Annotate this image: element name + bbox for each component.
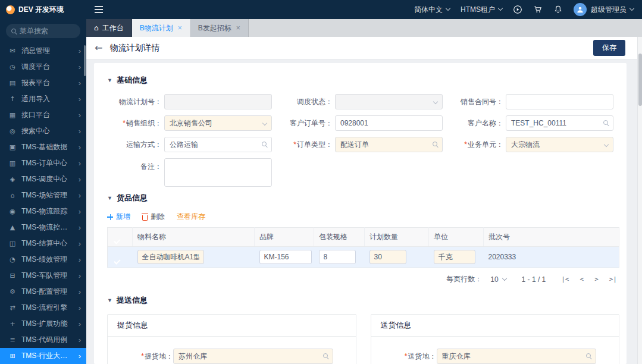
tenant-select[interactable]: HTMS租户 [461, 5, 502, 15]
section-title-basic[interactable]: ▼ 基础信息 [107, 75, 619, 86]
lookup-search-icon[interactable] [262, 142, 267, 146]
lookup-search-icon[interactable] [603, 120, 608, 125]
chevron-right-icon: › [79, 143, 81, 152]
delivery-panel-title: 送货信息 [371, 315, 619, 337]
station-icon: ⌂ [8, 192, 17, 199]
sidebar-item-report-platform[interactable]: ▤ 报表平台 › [0, 75, 86, 91]
upload-icon: ↑ [8, 95, 17, 103]
sidebar-item-dispatch-platform[interactable]: ◷ 调度平台 › [0, 59, 86, 75]
last-page-button[interactable]: >| [609, 275, 617, 283]
back-arrow-icon[interactable]: ← [95, 42, 102, 54]
next-page-button[interactable]: > [594, 275, 599, 283]
sidebar-item-message-mgmt[interactable]: ✉ 消息管理 › [0, 43, 86, 59]
scrollbar-thumb[interactable] [638, 54, 642, 106]
batch-no-value: 2020333 [488, 253, 516, 261]
sidebar-scrollbar-thumb[interactable] [84, 45, 86, 76]
sidebar-item-tms-fleet-mgmt[interactable]: ⊟ TMS-车队管理 › [0, 268, 86, 284]
rows-per-page-select[interactable]: 10 [490, 275, 506, 284]
rows-per-page: 每页行数： 10 [446, 274, 506, 284]
chevron-right-icon: › [79, 159, 81, 168]
planned-qty-input[interactable] [369, 250, 406, 264]
collapse-triangle-icon: ▼ [107, 297, 112, 303]
sidebar-item-tms-performance-mgmt[interactable]: ◔ TMS-绩效管理 › [0, 252, 86, 268]
field-sales-org: 销售组织 [107, 115, 278, 131]
sidebar-item-tms-order-center[interactable]: ▥ TMS-订单中心 › [0, 155, 86, 171]
delete-row-button[interactable]: 删除 [142, 212, 165, 222]
sidebar-item-search-center[interactable]: ◎ 搜索中心 › [0, 123, 86, 139]
col-batch: 批次号 [484, 228, 619, 247]
search-icon: ◎ [8, 127, 17, 135]
tab-start-bidding[interactable]: B发起招标 × [190, 19, 249, 37]
package-spec-input[interactable] [319, 250, 356, 264]
vertical-scrollbar[interactable] [637, 37, 642, 364]
hamburger-menu-icon[interactable] [95, 6, 103, 13]
sidebar-item-tms-basic-data[interactable]: ▣ TMS-基础数据 › [0, 139, 86, 155]
sidebar-item-tms-bulk-logistics[interactable]: ⊞ TMS-行业大宗物流 › [0, 348, 86, 364]
sidebar-item-tms-settlement-center[interactable]: ◫ TMS-结算中心 › [0, 236, 86, 252]
lookup-search-icon[interactable] [433, 142, 437, 146]
tab-logistics-plan[interactable]: B物流计划 × [132, 19, 190, 37]
sidebar-item-general-import[interactable]: ↑ 通用导入 › [0, 91, 86, 107]
remark-textarea[interactable] [164, 158, 272, 187]
contract-no-input[interactable] [506, 94, 613, 109]
unit-input[interactable] [434, 250, 475, 264]
user-menu[interactable]: 超级管理员 [574, 3, 634, 16]
flow-icon: ⇄ [8, 304, 17, 312]
prev-page-button[interactable]: < [580, 275, 584, 283]
delivery-place-lookup-input[interactable] [437, 349, 597, 364]
sidebar-item-interface-platform[interactable]: ▦ 接口平台 › [0, 107, 86, 123]
sidebar-item-tms-dispatch-center[interactable]: ◈ TMS-调度中心 › [0, 171, 86, 187]
section-title-shipping[interactable]: ▼ 提送信息 [107, 295, 619, 306]
sidebar-item-tms-process-engine[interactable]: ⇄ TMS-流程引擎 › [0, 300, 86, 316]
sidebar-item-tms-extension[interactable]: + TMS-扩展功能 › [0, 316, 86, 332]
business-unit-select[interactable] [506, 137, 613, 152]
close-icon[interactable]: × [236, 24, 240, 32]
pickup-place-lookup-input[interactable] [173, 349, 333, 364]
section-title-goods[interactable]: ▼ 货品信息 [107, 193, 619, 203]
chevron-right-icon: › [79, 207, 81, 216]
lookup-search-icon[interactable] [586, 353, 591, 358]
sales-org-select[interactable] [164, 115, 272, 131]
sidebar-item-tms-control-tower[interactable]: ▲ TMS-物流控制塔 › [0, 219, 86, 236]
chevron-right-icon: › [79, 255, 81, 264]
dispatch-status-select[interactable] [335, 94, 443, 109]
tracking-icon: ◉ [8, 208, 17, 215]
plan-no-input[interactable] [164, 94, 272, 109]
close-icon[interactable]: × [178, 24, 182, 32]
topbar: DEV 开发环境 简体中文 HTMS租户 超级管理员 [0, 0, 642, 19]
view-stock-button[interactable]: 查看库存 [177, 212, 205, 222]
sidebar-item-tms-code-samples[interactable]: ≡ TMS-代码用例 › [0, 332, 86, 348]
goods-toolbar: 新增 删除 查看库存 [107, 212, 619, 222]
app-shell: 菜单搜索 ✉ 消息管理 › ◷ 调度平台 › ▤ 报表平台 › ↑ 通用导入 › [0, 19, 642, 364]
bulk-logistics-icon: ⊞ [8, 352, 17, 360]
transport-mode-lookup-input[interactable] [164, 137, 272, 152]
chevron-right-icon: › [79, 352, 81, 360]
bell-icon[interactable] [553, 5, 563, 14]
sidebar-menu: ✉ 消息管理 › ◷ 调度平台 › ▤ 报表平台 › ↑ 通用导入 › ▦ 接口 [0, 43, 86, 364]
customer-name-lookup-input[interactable] [506, 115, 613, 131]
field-dispatch-status: 调度状态 [278, 94, 449, 109]
save-button[interactable]: 保存 [593, 40, 625, 56]
cart-icon[interactable] [533, 5, 543, 14]
page-range-label: 1 - 1 / 1 [522, 275, 546, 284]
sidebar-item-tms-config-mgmt[interactable]: ⚙ TMS-配置管理 › [0, 284, 86, 300]
order-type-lookup-input[interactable] [335, 137, 443, 152]
field-plan-no: 物流计划号 [107, 94, 278, 109]
menu-search-input[interactable]: 菜单搜索 [6, 24, 80, 38]
sidebar-item-tms-station-mgmt[interactable]: ⌂ TMS-场站管理 › [0, 187, 86, 203]
plus-icon [107, 214, 113, 220]
brand-input[interactable] [259, 250, 312, 264]
customer-order-no-input[interactable] [335, 115, 443, 131]
fleet-icon: ⊟ [8, 272, 17, 280]
first-page-button[interactable]: |< [561, 275, 569, 283]
tab-workbench[interactable]: ⌂ 工作台 [86, 19, 132, 37]
language-select[interactable]: 简体中文 [414, 5, 450, 15]
add-row-button[interactable]: 新增 [107, 212, 130, 222]
material-name-input[interactable] [137, 250, 204, 264]
lookup-search-icon[interactable] [323, 353, 328, 358]
dispatch-icon: ◈ [8, 175, 17, 183]
sidebar-item-tms-logistics-tracking[interactable]: ◉ TMS-物流跟踪 › [0, 203, 86, 219]
chevron-right-icon: › [79, 62, 81, 71]
col-brand: 品牌 [255, 228, 314, 247]
play-circle-icon[interactable] [513, 5, 522, 14]
